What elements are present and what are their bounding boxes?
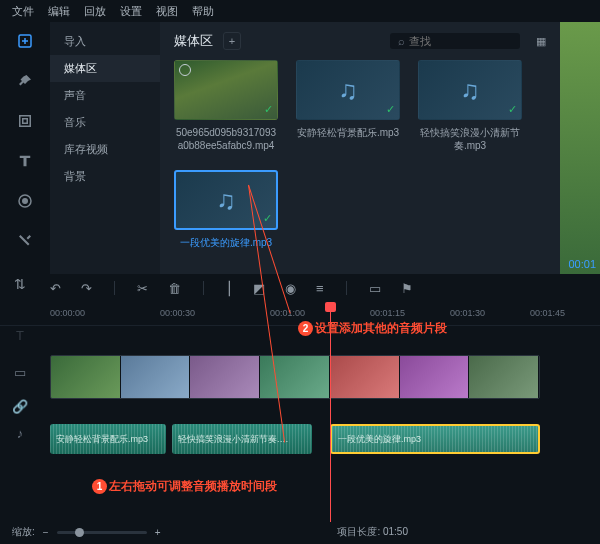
record-tool-icon[interactable]: ◉ xyxy=(285,281,296,296)
cut-icon[interactable]: ✂ xyxy=(137,281,148,296)
media-item-label: 安静轻松背景配乐.mp3 xyxy=(297,126,399,139)
redo-icon[interactable]: ↷ xyxy=(81,281,92,296)
transition-icon[interactable]: ▭ xyxy=(369,281,381,296)
audio-clip[interactable]: 轻快搞笑浪漫小清新节奏.… xyxy=(172,424,312,454)
text-icon[interactable] xyxy=(14,150,36,172)
media-panel-title: 媒体区 xyxy=(174,32,213,50)
search-input[interactable] xyxy=(409,35,499,47)
media-item[interactable]: ♫✓安静轻松背景配乐.mp3 xyxy=(296,60,400,152)
nav-item[interactable]: 背景 xyxy=(50,163,160,190)
check-icon: ✓ xyxy=(386,103,395,116)
ruler-tick: 00:01:45 xyxy=(530,308,565,318)
zoom-out-icon[interactable]: − xyxy=(43,527,49,538)
adjust-icon[interactable]: ≡ xyxy=(316,281,324,296)
media-grid: ✓50e965d095b9317093a0b88ee5afabc9.mp4♫✓安… xyxy=(174,60,546,249)
audio-track-icon[interactable]: ♪ xyxy=(0,418,40,448)
pin-icon[interactable] xyxy=(14,70,36,92)
ruler-tick: 00:01:15 xyxy=(370,308,405,318)
music-note-icon: ♫ xyxy=(460,75,480,106)
sort-icon[interactable]: ⇅ xyxy=(14,276,26,292)
media-item[interactable]: ✓50e965d095b9317093a0b88ee5afabc9.mp4 xyxy=(174,60,278,152)
menu-设置[interactable]: 设置 xyxy=(120,4,142,19)
timeline-toolbar: ↶ ↷ ✂ 🗑 ⎮ ◩ ◉ ≡ ▭ ⚑ xyxy=(0,274,600,302)
media-item-label: 一段优美的旋律.mp3 xyxy=(180,236,272,249)
marker-icon[interactable]: ⚑ xyxy=(401,281,413,296)
ruler-tick: 00:00:30 xyxy=(160,308,195,318)
tools-icon[interactable] xyxy=(14,230,36,252)
check-icon: ✓ xyxy=(508,103,517,116)
preview-panel: 00:01 xyxy=(560,22,600,274)
nav-item[interactable]: 导入 xyxy=(50,28,160,55)
menu-文件[interactable]: 文件 xyxy=(12,4,34,19)
svg-point-4 xyxy=(23,199,28,204)
nav-item[interactable]: 声音 xyxy=(50,82,160,109)
audio-clip[interactable]: 安静轻松背景配乐.mp3 xyxy=(50,424,166,454)
media-item-label: 50e965d095b9317093a0b88ee5afabc9.mp4 xyxy=(174,126,278,152)
frame-icon[interactable] xyxy=(14,110,36,132)
preview-timestamp: 00:01 xyxy=(568,258,596,270)
audio-track-row[interactable]: 安静轻松背景配乐.mp3轻快搞笑浪漫小清新节奏.…一段优美的旋律.mp3 xyxy=(50,420,600,458)
menu-视图[interactable]: 视图 xyxy=(156,4,178,19)
zoom-slider[interactable] xyxy=(57,531,147,534)
link-track-icon[interactable]: 🔗 xyxy=(0,398,40,414)
media-panel: 媒体区 + ⌕ ▦ ✓50e965d095b9317093a0b88ee5afa… xyxy=(160,22,560,274)
nav-item[interactable]: 库存视频 xyxy=(50,136,160,163)
search-icon: ⌕ xyxy=(398,35,405,47)
media-item-label: 轻快搞笑浪漫小清新节奏.mp3 xyxy=(418,126,522,152)
nav-item[interactable]: 媒体区 xyxy=(50,55,160,82)
tool-sidebar xyxy=(0,22,50,274)
project-length: 项目长度: 01:50 xyxy=(337,525,408,539)
menubar: 文件编辑回放设置视图帮助 xyxy=(0,0,600,22)
bottom-bar: 缩放: − + 项目长度: 01:50 xyxy=(0,520,600,544)
video-track-icon[interactable]: ▭ xyxy=(0,350,40,394)
annotation-1: 1左右拖动可调整音频播放时间段 xyxy=(92,478,277,495)
zoom-in-icon[interactable]: + xyxy=(155,527,161,538)
video-track-row[interactable] xyxy=(50,358,600,396)
check-icon: ✓ xyxy=(264,103,273,116)
svg-rect-1 xyxy=(20,116,31,127)
check-icon: ✓ xyxy=(263,212,272,225)
split-icon[interactable]: ⎮ xyxy=(226,281,233,296)
nav-item[interactable]: 音乐 xyxy=(50,109,160,136)
video-clip[interactable] xyxy=(50,355,540,399)
media-item[interactable]: ♫✓一段优美的旋律.mp3 xyxy=(174,170,278,249)
add-media-button[interactable]: + xyxy=(223,32,241,50)
menu-回放[interactable]: 回放 xyxy=(84,4,106,19)
zoom-label: 缩放: xyxy=(12,525,35,539)
menu-编辑[interactable]: 编辑 xyxy=(48,4,70,19)
delete-icon[interactable]: 🗑 xyxy=(168,281,181,296)
music-note-icon: ♫ xyxy=(216,185,236,216)
import-icon[interactable] xyxy=(14,30,36,52)
link-track[interactable] xyxy=(50,400,600,416)
search-box[interactable]: ⌕ xyxy=(390,33,520,49)
record-icon[interactable] xyxy=(14,190,36,212)
annotation-2: 2设置添加其他的音频片段 xyxy=(298,320,447,337)
undo-icon[interactable]: ↶ xyxy=(50,281,61,296)
grid-view-icon[interactable]: ▦ xyxy=(536,35,546,48)
audio-clip[interactable]: 一段优美的旋律.mp3 xyxy=(330,424,540,454)
music-note-icon: ♫ xyxy=(338,75,358,106)
ruler-tick: 00:00:00 xyxy=(50,308,85,318)
media-item[interactable]: ♫✓轻快搞笑浪漫小清新节奏.mp3 xyxy=(418,60,522,152)
menu-帮助[interactable]: 帮助 xyxy=(192,4,214,19)
svg-rect-2 xyxy=(23,119,28,124)
category-list: 导入媒体区声音音乐库存视频背景 xyxy=(50,22,160,274)
text-track-icon[interactable]: T xyxy=(0,324,40,346)
ruler-tick: 00:01:30 xyxy=(450,308,485,318)
